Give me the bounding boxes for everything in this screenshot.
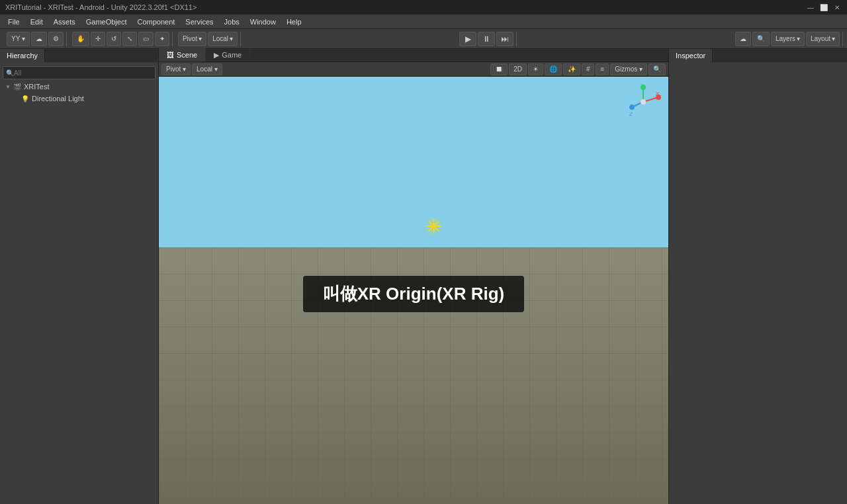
close-button[interactable]: ✕ [832, 3, 842, 12]
hierarchy-search-input[interactable] [14, 69, 152, 77]
2d-btn[interactable]: 2D [509, 63, 527, 75]
pivot-scene-label: Pivot ▾ [166, 65, 186, 73]
inspector-panel: Inspector [668, 49, 847, 504]
fx-btn[interactable]: ✨ [563, 63, 580, 75]
layout-button[interactable]: Layout ▾ [806, 32, 840, 46]
scene-toolbar: Pivot ▾ Local ▾ 🔲 2D ☀ 🌐 ✨ # ≡ Gizmos ▾ … [159, 62, 668, 77]
pivot-label: Pivot [183, 35, 197, 42]
local-scene-label: Local ▾ [197, 65, 218, 73]
gizmos-btn[interactable]: Gizmos ▾ [610, 63, 647, 75]
svg-point-9 [641, 99, 646, 105]
play-button[interactable]: ▶ [459, 32, 476, 46]
step-button[interactable]: ⏭ [496, 32, 513, 46]
grid-btn[interactable]: # [582, 63, 595, 75]
svg-text:X: X [656, 91, 660, 97]
yy-dropdown[interactable]: YY ▾ [7, 32, 30, 46]
rect-tool[interactable]: ▭ [138, 32, 154, 46]
menu-window[interactable]: Window [245, 17, 281, 27]
title-bar: XRITutorial - XRITest - Android - Unity … [0, 0, 847, 15]
menu-services[interactable]: Services [180, 17, 218, 27]
game-tab-label: Game [222, 51, 242, 59]
inspector-tabs: Inspector [669, 49, 847, 62]
minimize-button[interactable]: — [806, 3, 815, 12]
title-text: XRITutorial - XRITest - Android - Unity … [5, 3, 197, 11]
gizmos-label: Gizmos ▾ [615, 65, 643, 73]
settings-button[interactable]: ⚙ [48, 32, 64, 46]
more-btn[interactable]: ≡ [596, 63, 609, 75]
local-scene-btn[interactable]: Local ▾ [192, 63, 222, 75]
play-controls: ▶ ⏸ ⏭ [457, 32, 517, 46]
hand-tool[interactable]: ✋ [72, 32, 89, 46]
hierarchy-tabs: Hierarchy [0, 49, 158, 62]
scene-tab-icon: 🖼 [167, 51, 174, 59]
menu-gameobject[interactable]: GameObject [81, 17, 132, 27]
hierarchy-panel: Hierarchy 🔍 ▼ 🎬 XRITest 💡 Directional Li… [0, 49, 159, 504]
game-tab-icon: ▶ [214, 51, 219, 60]
rotate-tool[interactable]: ↺ [107, 32, 121, 46]
maximize-button[interactable]: ⬜ [819, 3, 828, 12]
layers-layout: ☁ 🔍 Layers ▾ Layout ▾ [733, 32, 843, 46]
light-icon: 💡 [21, 95, 29, 103]
menu-component[interactable]: Component [132, 17, 180, 27]
layers-button[interactable]: Layers ▾ [771, 32, 805, 46]
search-icon-btn[interactable]: 🔍 [752, 32, 770, 46]
scene-tab[interactable]: 🖼 Scene [159, 48, 206, 62]
tree-item-xritest[interactable]: ▼ 🎬 XRITest [0, 81, 158, 93]
game-tab[interactable]: ▶ Game [206, 48, 250, 62]
cloud-button[interactable]: ☁ [31, 32, 47, 46]
scene-tabs: 🖼 Scene ▶ Game [159, 49, 668, 62]
scene-grid [159, 247, 668, 504]
svg-text:Z: Z [629, 111, 633, 117]
hierarchy-tab[interactable]: Hierarchy [0, 49, 45, 62]
hierarchy-tab-label: Hierarchy [7, 52, 38, 60]
transform-tools: YY ▾ ☁ ⚙ [4, 32, 67, 46]
menu-help[interactable]: Help [281, 17, 307, 27]
yy-label: YY ▾ [11, 35, 25, 42]
scene-view[interactable]: ✳ X Y Z [159, 77, 668, 504]
skybox-btn[interactable]: 🌐 [545, 63, 562, 75]
menu-jobs[interactable]: Jobs [219, 17, 245, 27]
scale-tool[interactable]: ⤡ [122, 32, 137, 46]
menu-file[interactable]: File [3, 17, 25, 27]
search-scene-btn[interactable]: 🔍 [648, 63, 666, 75]
menu-edit[interactable]: Edit [25, 17, 48, 27]
sun-icon: ✳ [425, 215, 442, 238]
lights-btn[interactable]: ☀ [528, 63, 543, 75]
menu-assets[interactable]: Assets [48, 17, 81, 27]
multi-tool[interactable]: ✦ [155, 32, 169, 46]
local-button[interactable]: Local ▾ [208, 32, 238, 46]
scene-icon: 🎬 [13, 83, 21, 91]
tree-item-directional-light[interactable]: 💡 Directional Light [0, 93, 158, 105]
tree-item-label-xritest: XRITest [24, 83, 50, 91]
pivot-button[interactable]: Pivot ▾ [178, 32, 206, 46]
hierarchy-search-box[interactable]: 🔍 [3, 66, 156, 79]
svg-point-7 [629, 105, 635, 110]
main-layout: Hierarchy 🔍 ▼ 🎬 XRITest 💡 Directional Li… [0, 49, 847, 504]
window-controls: — ⬜ ✕ [806, 3, 842, 12]
main-toolbar: YY ▾ ☁ ⚙ ✋ ✛ ↺ ⤡ ▭ ✦ Pivot ▾ Local ▾ ▶ ⏸… [0, 29, 847, 49]
hand-tools: ✋ ✛ ↺ ⤡ ▭ ✦ [69, 32, 173, 46]
tree-item-label-light: Directional Light [32, 95, 84, 103]
layers-label: Layers [776, 35, 795, 42]
gizmo-widget: X Y Z [623, 82, 663, 122]
center-panel: 🖼 Scene ▶ Game Pivot ▾ Local ▾ 🔲 2D ☀ 🌐 … [159, 49, 668, 504]
draw-mode-btn[interactable]: 🔲 [490, 63, 508, 75]
layout-label: Layout [811, 35, 830, 42]
move-tool[interactable]: ✛ [91, 32, 105, 46]
inspector-tab-label: Inspector [676, 52, 705, 60]
tree-arrow: ▼ [5, 84, 13, 90]
inspector-tab[interactable]: Inspector [669, 49, 713, 62]
hierarchy-tree: 🔍 ▼ 🎬 XRITest 💡 Directional Light [0, 62, 158, 504]
scene-tab-label: Scene [177, 51, 197, 59]
pause-button[interactable]: ⏸ [478, 32, 495, 46]
menu-bar: File Edit Assets GameObject Component Se… [0, 15, 847, 29]
search-icon: 🔍 [6, 69, 14, 77]
local-label: Local [212, 35, 228, 42]
pivot-scene-btn[interactable]: Pivot ▾ [161, 63, 191, 75]
pivot-tools: Pivot ▾ Local ▾ [175, 32, 241, 46]
svg-text:Y: Y [641, 84, 645, 88]
cloud-icon-btn[interactable]: ☁ [735, 32, 751, 46]
